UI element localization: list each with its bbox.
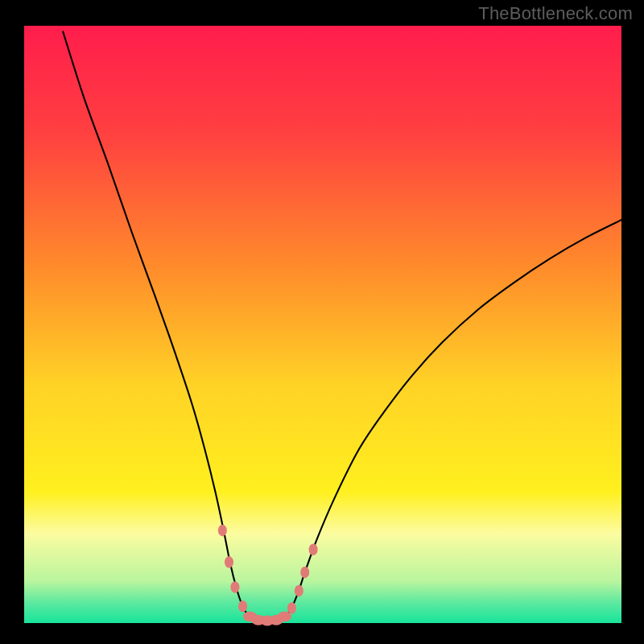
- red-marker: [295, 585, 303, 597]
- red-marker: [230, 581, 239, 593]
- watermark-text: TheBottleneck.com: [478, 3, 633, 24]
- red-marker: [218, 525, 227, 537]
- red-marker: [300, 567, 309, 579]
- chart-svg: [0, 0, 644, 644]
- chart-root: TheBottleneck.com: [0, 0, 644, 644]
- red-marker: [287, 602, 296, 614]
- red-marker: [309, 543, 318, 555]
- gradient-background: [24, 26, 621, 623]
- red-marker: [238, 601, 247, 613]
- red-marker: [225, 556, 233, 568]
